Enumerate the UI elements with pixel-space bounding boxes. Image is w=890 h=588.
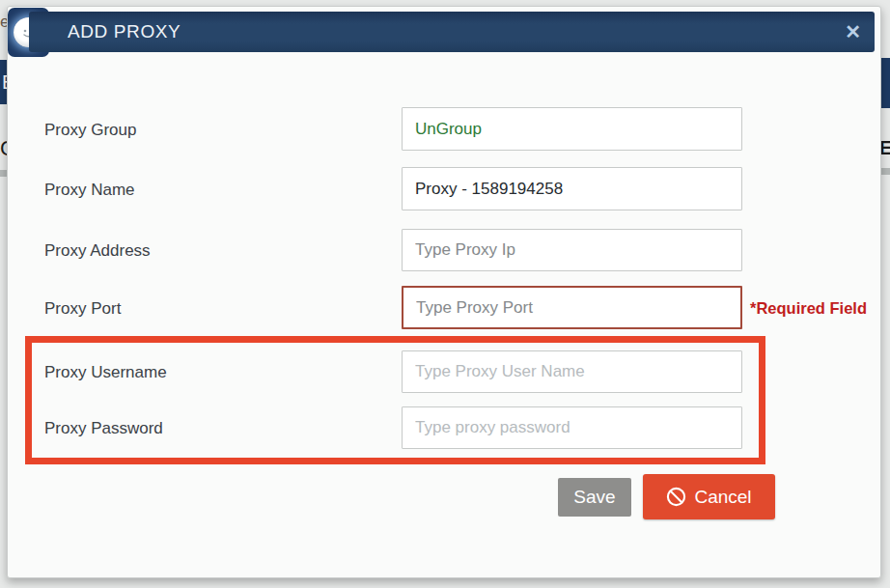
required-field-note: *Required Field xyxy=(750,298,867,317)
proxy-port-input[interactable] xyxy=(402,286,742,329)
form-row-proxy-group: Proxy Group xyxy=(8,107,880,151)
dialog-titlebar: ADD PROXY ✕ xyxy=(29,12,875,52)
form-row-proxy-port: Proxy Port *Required Field xyxy=(8,286,880,329)
proxy-port-label: Proxy Port xyxy=(44,299,121,319)
dialog-title: ADD PROXY xyxy=(68,12,181,52)
form-row-proxy-username: Proxy Username xyxy=(8,350,880,393)
close-icon[interactable]: ✕ xyxy=(845,12,861,52)
proxy-group-label: Proxy Group xyxy=(44,121,136,140)
cancel-button[interactable]: Cancel xyxy=(643,474,775,519)
proxy-username-input[interactable] xyxy=(402,350,742,393)
form-row-proxy-password: Proxy Password xyxy=(8,406,880,449)
proxy-address-input[interactable] xyxy=(402,229,742,271)
proxy-password-label: Proxy Password xyxy=(44,419,163,438)
save-button[interactable]: Save xyxy=(558,478,631,517)
proxy-name-label: Proxy Name xyxy=(44,181,135,200)
proxy-password-input[interactable] xyxy=(402,406,742,449)
add-proxy-dialog: ADD PROXY ✕ Proxy Group Proxy Name Proxy… xyxy=(7,6,881,578)
proxy-group-input[interactable] xyxy=(402,107,742,151)
form-row-proxy-name: Proxy Name xyxy=(8,167,880,210)
proxy-address-label: Proxy Address xyxy=(44,241,151,261)
form-row-proxy-address: Proxy Address xyxy=(8,229,880,271)
cancel-button-label: Cancel xyxy=(694,487,751,508)
proxy-username-label: Proxy Username xyxy=(44,363,167,382)
no-entry-icon xyxy=(666,487,686,507)
screen: er E C E ADD PROXY ✕ Proxy Group Proxy N… xyxy=(0,0,890,588)
proxy-name-input[interactable] xyxy=(402,167,742,210)
